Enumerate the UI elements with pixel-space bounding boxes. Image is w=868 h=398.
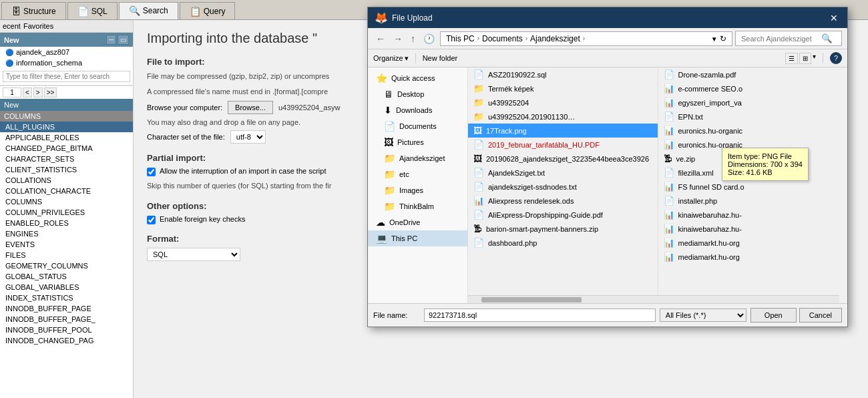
- file-drone[interactable]: 📄 Drone-szamla.pdf: [658, 67, 848, 81]
- view-list-btn[interactable]: ☰: [785, 53, 798, 64]
- back-btn[interactable]: ←: [373, 32, 388, 45]
- collapse-btn[interactable]: ─: [106, 35, 116, 45]
- forward-btn[interactable]: →: [391, 32, 405, 45]
- sidebar-item-innodb2[interactable]: INNODB_BUFFER_PAGE_: [0, 314, 133, 325]
- file-aliexpress-ods[interactable]: 📊 Aliexpress rendelesek.ods: [468, 194, 658, 208]
- sidebar-item-files[interactable]: FILES: [0, 250, 133, 260]
- file-u439-date[interactable]: 📁 u439925204.201901130…: [468, 110, 658, 124]
- up-btn[interactable]: ↑: [408, 32, 418, 45]
- sidebar-item-innodb3[interactable]: INNODB_BUFFER_POOL: [0, 325, 133, 335]
- sidebar-item-changed[interactable]: CHANGED_PAGE_BITMA: [0, 143, 133, 154]
- sidebar-item-enabled[interactable]: ENABLED_ROLES: [0, 218, 133, 228]
- tab-search[interactable]: 🔍 Search: [119, 2, 178, 19]
- sidebar-ajandeksziget[interactable]: 📁 Ajandeksziget: [368, 150, 467, 166]
- file-barion-zip[interactable]: 🗜 barion-smart-payment-banners.zip: [468, 222, 658, 236]
- sidebar-item-all-plugins[interactable]: ALL_PLUGINS: [0, 122, 133, 132]
- recent-link[interactable]: ecent: [3, 22, 21, 30]
- page-input[interactable]: [3, 87, 21, 97]
- file-ajandeksziget-txt[interactable]: 📄 AjandekSziget.txt: [468, 166, 658, 180]
- file-2019-pdf[interactable]: 📄 2019_februar_tarifatábla_HU.PDF: [468, 138, 658, 152]
- file-ecommerce-seo[interactable]: 📊 e-commerce SEO.o: [658, 81, 848, 95]
- file-termek-kepek[interactable]: 📁 Termék képek: [468, 81, 658, 95]
- file-epn[interactable]: 📄 EPN.txt: [658, 110, 848, 124]
- file-egyszeri[interactable]: 📊 egyszeri_import_va: [658, 95, 848, 110]
- file-mediamarkt1[interactable]: 📊 mediamarkt.hu-org: [658, 236, 848, 250]
- sidebar-item-collation-char[interactable]: COLLATION_CHARACTE: [0, 186, 133, 196]
- filetype-select[interactable]: All Files (*.*): [660, 309, 746, 322]
- sidebar-item-columns[interactable]: COLUMNS: [0, 196, 133, 207]
- filename-input[interactable]: [424, 309, 656, 322]
- dialog-sidebar: ⭐ Quick access 🖥 Desktop ⬇ Downloads 📄 D…: [368, 67, 468, 303]
- file-mediamarkt2[interactable]: 📊 mediamarkt.hu-org: [658, 250, 848, 264]
- file-aliexpress-guide[interactable]: 📄 AliExpress-Dropshipping-Guide.pdf: [468, 208, 658, 222]
- sidebar-item-charset[interactable]: CHARACTER_SETS: [0, 154, 133, 164]
- file-17track[interactable]: 🖼 17Track.png: [468, 124, 658, 138]
- sidebar-item-index[interactable]: INDEX_STATISTICS: [0, 292, 133, 303]
- sidebar-pictures[interactable]: 🖼 Pictures: [368, 134, 467, 150]
- quick-access-icon: ⭐: [376, 73, 387, 83]
- browse-button[interactable]: Browse...: [228, 101, 273, 114]
- format-select[interactable]: SQL: [147, 248, 240, 261]
- sidebar-db-information[interactable]: 🔵 information_schema: [0, 57, 133, 68]
- favorites-link[interactable]: Favorites: [23, 22, 53, 30]
- sidebar-onedrive[interactable]: ☁ OneDrive: [368, 214, 467, 230]
- sidebar-images[interactable]: 📁 Images: [368, 182, 467, 198]
- tab-query[interactable]: 📋 Query: [180, 2, 236, 19]
- sidebar-documents[interactable]: 📄 Documents: [368, 118, 467, 134]
- new-folder-btn[interactable]: New folder: [423, 54, 458, 62]
- sidebar-quick-access[interactable]: ⭐ Quick access: [368, 70, 467, 86]
- sidebar-etc[interactable]: 📁 etc: [368, 166, 467, 182]
- breadcrumb-dropdown[interactable]: ▼: [711, 35, 718, 43]
- sidebar-item-global-vars[interactable]: GLOBAL_VARIABLES: [0, 282, 133, 292]
- search-input[interactable]: [741, 35, 821, 43]
- sidebar-item-global-status[interactable]: GLOBAL_STATUS: [0, 271, 133, 282]
- dialog-close-button[interactable]: ✕: [827, 20, 841, 23]
- file-kinai2[interactable]: 📊 kinaiwebaruhaz.hu-: [658, 222, 848, 236]
- expand-btn[interactable]: ▭: [118, 35, 129, 45]
- sidebar-thinkbalm[interactable]: 📁 ThinkBalm: [368, 198, 467, 214]
- search-icon-btn[interactable]: 🔍: [821, 33, 833, 43]
- sidebar-new-item[interactable]: New: [0, 99, 133, 111]
- help-btn[interactable]: ?: [830, 52, 842, 64]
- recent-places-btn[interactable]: 🕐: [421, 32, 437, 45]
- sidebar-db-ajandek[interactable]: 🔵 ajandek_asz807: [0, 47, 133, 57]
- sidebar-item-innodb4[interactable]: INNODB_CHANGED_PAG: [0, 335, 133, 346]
- sidebar-item-collations[interactable]: COLLATIONS: [0, 175, 133, 186]
- cancel-button[interactable]: Cancel: [799, 308, 842, 323]
- sidebar-item-engines[interactable]: ENGINES: [0, 228, 133, 239]
- file-fs-funnel[interactable]: 📊 FS funnel SD card.o: [658, 180, 848, 194]
- file-20190628[interactable]: 🖼 20190628_ajandeksziget_32235e44beea3ce…: [468, 152, 658, 166]
- allow-interrupt-checkbox[interactable]: [147, 168, 156, 176]
- sidebar-item-events[interactable]: EVENTS: [0, 239, 133, 250]
- page-prev[interactable]: <: [23, 87, 32, 97]
- dialog-title-bar: 🦊 File Upload ✕: [368, 20, 847, 28]
- refresh-btn[interactable]: ↻: [720, 34, 726, 43]
- charset-select[interactable]: utf-8: [230, 130, 266, 144]
- file-dashboard-php[interactable]: 📄 dashboard.php: [468, 236, 658, 250]
- sidebar-item-applicable[interactable]: APPLICABLE_ROLES: [0, 132, 133, 143]
- file-kinai1[interactable]: 📊 kinaiwebaruhaz.hu-: [658, 208, 848, 222]
- foreign-key-checkbox[interactable]: [147, 216, 156, 224]
- file-installer[interactable]: 📄 installer.php: [658, 194, 848, 208]
- sidebar-item-client-stats[interactable]: CLIENT_STATISTICS: [0, 164, 133, 175]
- tab-sql[interactable]: 📄 SQL: [67, 2, 118, 19]
- sidebar-thispc[interactable]: 💻 This PC: [368, 230, 467, 246]
- page-last[interactable]: >>: [44, 87, 57, 97]
- sidebar-item-geometry[interactable]: GEOMETRY_COLUMNS: [0, 260, 133, 271]
- file-u439925204[interactable]: 📁 u439925204: [468, 95, 658, 110]
- organize-btn[interactable]: Organize ▾: [373, 54, 409, 63]
- sidebar-downloads[interactable]: ⬇ Downloads: [368, 102, 467, 118]
- sidebar-item-col-priv[interactable]: COLUMN_PRIVILEGES: [0, 207, 133, 218]
- page-next[interactable]: >: [33, 87, 43, 97]
- view-details-btn[interactable]: ⊞: [799, 53, 811, 64]
- file-ajandeksziget-ssd[interactable]: 📄 ajandeksziget-ssdnodes.txt: [468, 180, 658, 194]
- file-asz20190922[interactable]: 📄 ASZ20190922.sql: [468, 67, 658, 81]
- sidebar-item-innodb1[interactable]: INNODB_BUFFER_PAGE: [0, 303, 133, 314]
- breadcrumb-bar[interactable]: This PC › Documents › Ajandeksziget › ▼ …: [440, 31, 732, 46]
- sidebar-search-input[interactable]: [3, 71, 130, 82]
- open-button[interactable]: Open: [750, 308, 797, 323]
- file-icon-euronics2: 📊: [664, 140, 674, 150]
- sidebar-desktop[interactable]: 🖥 Desktop: [368, 86, 467, 102]
- tab-structure[interactable]: 🗄 Structure: [1, 2, 66, 19]
- file-euronics1[interactable]: 📊 euronics.hu-organic: [658, 124, 848, 138]
